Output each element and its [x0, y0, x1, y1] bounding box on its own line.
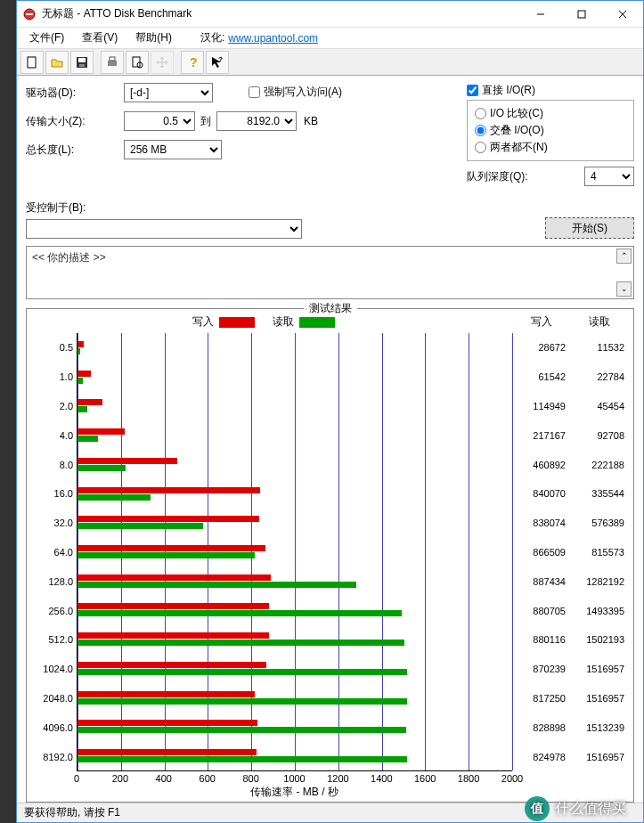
read-value: 815573 — [571, 547, 624, 558]
write-value: 460892 — [512, 460, 566, 470]
read-value: 1516957 — [571, 693, 624, 704]
results-title: 测试结果 — [304, 301, 357, 316]
minimize-button[interactable] — [520, 1, 561, 27]
read-value: 45454 — [571, 401, 624, 412]
value-row: 6154222784 — [512, 363, 628, 392]
whatsthis-icon[interactable]: ? — [206, 51, 229, 74]
svg-text:?: ? — [190, 55, 198, 69]
maximize-button[interactable] — [561, 1, 602, 27]
window-controls — [520, 1, 643, 27]
x-tick-label: 1400 — [371, 773, 392, 784]
io-compare-radio[interactable] — [475, 108, 486, 119]
start-button[interactable]: 开始(S) — [545, 217, 634, 239]
svg-rect-6 — [28, 57, 36, 68]
statusbar-text: 要获得帮助, 请按 F1 — [24, 805, 120, 820]
neither-radio[interactable] — [475, 142, 486, 153]
read-value: 92708 — [571, 430, 624, 441]
description-text: << 你的描述 >> — [27, 247, 633, 269]
help-icon[interactable]: ? — [181, 51, 204, 74]
read-bar — [77, 756, 407, 762]
force-write-checkbox[interactable] — [249, 86, 260, 98]
svg-text:?: ? — [218, 55, 223, 63]
write-value: 28672 — [512, 342, 566, 353]
transfer-to-select[interactable]: 8192.0 — [216, 111, 297, 131]
menu-file[interactable]: 文件(F) — [22, 29, 71, 47]
legend-write-swatch — [219, 317, 255, 328]
write-value: 114949 — [512, 401, 566, 412]
svg-rect-9 — [79, 64, 85, 67]
x-tick-label: 1000 — [283, 773, 305, 784]
write-bar — [77, 399, 102, 405]
watermark: 值 什么值得买 — [525, 796, 626, 821]
controlled-select[interactable] — [26, 219, 302, 239]
x-tick-label: 200 — [112, 773, 128, 784]
write-bar — [77, 487, 260, 493]
preview-icon[interactable] — [126, 51, 149, 74]
controlled-label: 受控制于(B): — [26, 200, 536, 216]
menu-help[interactable]: 帮助(H) — [128, 29, 179, 47]
y-tick-label: 32.0 — [32, 509, 77, 538]
y-tick-label: 4096.0 — [32, 713, 77, 742]
open-icon[interactable] — [45, 51, 69, 74]
queue-select[interactable]: 4 — [584, 167, 634, 186]
move-icon — [151, 51, 174, 74]
menu-view[interactable]: 查看(V) — [75, 29, 125, 47]
length-select[interactable]: 256 MB — [124, 140, 222, 159]
write-bar — [77, 458, 177, 464]
write-value: 880705 — [512, 606, 566, 616]
bar-group — [77, 537, 512, 566]
y-tick-label: 16.0 — [32, 479, 77, 509]
value-row: 8249781516957 — [512, 742, 628, 771]
close-button[interactable] — [602, 1, 643, 27]
x-tick-label: 1200 — [327, 773, 348, 784]
to-label: 到 — [200, 114, 211, 129]
value-row: 8807051493395 — [512, 596, 628, 625]
gridline — [512, 333, 513, 770]
bar-group — [77, 450, 512, 479]
read-bar — [77, 582, 356, 588]
write-value: 824978 — [512, 752, 566, 762]
overlap-io-radio[interactable] — [475, 125, 486, 136]
value-row: 8288981513239 — [512, 713, 628, 742]
localize-link[interactable]: www.upantool.com — [228, 32, 318, 45]
io-mode-group: I/O 比较(C) 交叠 I/O(O) 两者都不(N) — [467, 100, 634, 161]
value-row: 866509815573 — [512, 538, 628, 567]
app-window: 无标题 - ATTO Disk Benchmark 文件(F) 查看(V) 帮助… — [16, 0, 644, 823]
drive-select[interactable]: [-d-] — [124, 83, 213, 102]
x-tick-label: 0 — [74, 773, 79, 784]
y-tick-label: 512.0 — [32, 625, 77, 655]
y-tick-label: 128.0 — [32, 566, 77, 596]
bar-group — [77, 420, 512, 450]
bar-group — [77, 683, 512, 713]
write-value: 840070 — [512, 488, 566, 499]
write-bar — [77, 603, 269, 609]
write-bar — [77, 749, 257, 755]
print-icon[interactable] — [101, 51, 124, 74]
length-label: 总长度(L): — [26, 143, 124, 158]
scroll-down-icon[interactable]: ⌄ — [616, 281, 632, 297]
direct-io-checkbox[interactable] — [467, 85, 478, 96]
transfer-from-select[interactable]: 0.5 — [124, 111, 195, 131]
transfer-label: 传输大小(Z): — [26, 114, 124, 129]
save-icon[interactable] — [70, 51, 94, 74]
scroll-up-icon[interactable]: ⌃ — [616, 249, 632, 264]
new-icon[interactable] — [20, 51, 44, 74]
value-row: 8702391516957 — [512, 655, 628, 684]
description-box[interactable]: << 你的描述 >> ⌃ ⌄ — [26, 246, 634, 299]
x-tick-label: 1600 — [414, 773, 436, 784]
value-row: 8874341282192 — [512, 566, 628, 596]
toolbar: ? ? — [17, 49, 643, 76]
y-tick-label: 0.5 — [32, 333, 77, 363]
value-row: 2867211532 — [512, 333, 628, 363]
menubar: 文件(F) 查看(V) 帮助(H) 汉化: www.upantool.com — [17, 28, 643, 49]
read-bar — [77, 640, 404, 646]
y-tick-label: 64.0 — [32, 538, 77, 567]
read-value: 1516957 — [571, 752, 624, 762]
write-bar — [77, 632, 269, 639]
read-bar — [77, 523, 203, 529]
x-tick-label: 2000 — [501, 773, 523, 784]
svg-rect-8 — [78, 58, 86, 62]
read-value: 1513239 — [571, 722, 624, 733]
value-row: 460892222188 — [512, 450, 628, 479]
direct-io-label: 直接 I/O(R) — [482, 83, 535, 98]
